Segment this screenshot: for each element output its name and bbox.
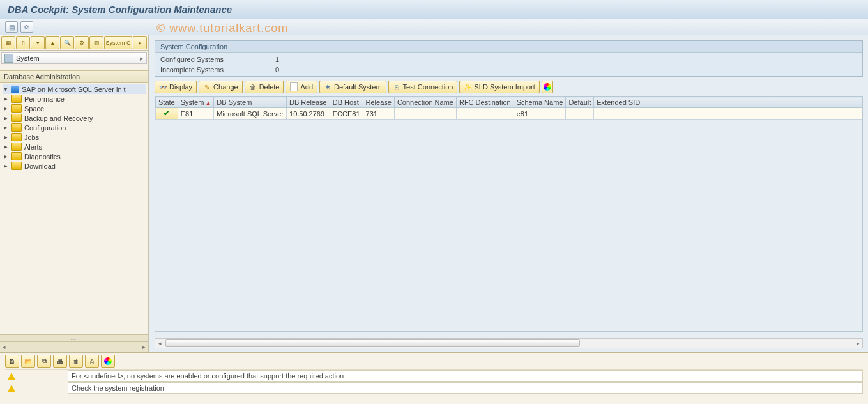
severity-warning bbox=[5, 371, 68, 381]
col-schema-name[interactable]: Schema Name bbox=[514, 97, 566, 108]
tree-item-label: Performance bbox=[24, 95, 65, 103]
scroll-left-icon[interactable]: ◂ bbox=[155, 340, 164, 346]
tree-item-space[interactable]: ▸ Space bbox=[3, 104, 146, 113]
folder-icon bbox=[11, 162, 22, 170]
systems-table: State System▲ DB System DB Release DB Ho… bbox=[155, 96, 863, 332]
tree-title: Database Administration bbox=[0, 70, 148, 83]
toolbar-collapse-icon[interactable]: ▯ bbox=[16, 36, 30, 49]
cell-rfc-destination bbox=[456, 108, 514, 120]
btn-label: SLD System Import bbox=[474, 83, 535, 91]
system-selector[interactable]: System ▸ bbox=[1, 52, 147, 64]
toolbar-down-icon[interactable]: ▾ bbox=[31, 36, 45, 49]
caret-icon: ▸ bbox=[3, 143, 9, 151]
default-system-button[interactable]: ✱Default System bbox=[319, 81, 386, 93]
tree-item-backup[interactable]: ▸ Backup and Recovery bbox=[3, 113, 146, 123]
msg-new-icon[interactable]: 🗎 bbox=[5, 355, 19, 368]
btn-label: Default System bbox=[334, 83, 382, 91]
col-db-release[interactable]: DB Release bbox=[287, 97, 330, 108]
caret-icon: ▸ bbox=[3, 133, 9, 141]
tree-item-download[interactable]: ▸ Download bbox=[3, 161, 146, 171]
color-wheel-icon bbox=[104, 357, 112, 365]
add-button[interactable]: Add bbox=[286, 81, 317, 93]
col-db-host[interactable]: DB Host bbox=[330, 97, 363, 108]
display-button[interactable]: 👓Display bbox=[155, 81, 197, 93]
color-wheel-icon bbox=[544, 83, 551, 91]
scroll-right-icon[interactable]: ▸ bbox=[853, 340, 862, 346]
database-icon bbox=[11, 86, 19, 93]
system-configuration-panel: System Configuration Configured Systems … bbox=[155, 40, 863, 77]
toolbar-up-icon[interactable]: ▴ bbox=[45, 36, 59, 49]
page-title: DBA Cockpit: System Configuration Mainte… bbox=[0, 0, 868, 19]
delete-button[interactable]: 🗑Delete bbox=[245, 81, 284, 93]
tree-item-label: Alerts bbox=[24, 143, 42, 151]
sidebar-toolbar: ▦ ▯ ▾ ▴ 🔍 ⚙ ▥ System C ▸ bbox=[0, 35, 148, 51]
msg-copy-icon[interactable]: ⧉ bbox=[37, 355, 51, 368]
folder-icon bbox=[11, 95, 22, 103]
col-system[interactable]: System▲ bbox=[178, 97, 214, 108]
window-toolbar: ▤ ⟳ bbox=[0, 19, 868, 35]
msg-delete-icon[interactable]: 🗑 bbox=[69, 355, 83, 368]
tree-item-alerts[interactable]: ▸ Alerts bbox=[3, 142, 146, 152]
msg-export-icon[interactable]: ⎙ bbox=[85, 355, 99, 368]
toolbar-more-icon[interactable]: ▸ bbox=[133, 36, 147, 49]
msg-legend-icon[interactable] bbox=[101, 355, 115, 368]
wand-icon: ✨ bbox=[464, 83, 471, 91]
action-toolbar: 👓Display ✎Change 🗑Delete Add ✱Default Sy… bbox=[149, 81, 868, 96]
folder-icon bbox=[11, 133, 22, 141]
btn-label: Delete bbox=[259, 83, 280, 91]
trash-icon: 🗑 bbox=[249, 83, 257, 91]
scroll-thumb[interactable] bbox=[165, 339, 580, 347]
kv-value: 1 bbox=[275, 56, 301, 63]
col-connection-name[interactable]: Connection Name bbox=[394, 97, 456, 108]
tree-item-label: Diagnostics bbox=[24, 153, 61, 160]
nav-tree: ▾ SAP on Microsoft SQL Server in t ▸ Per… bbox=[0, 83, 148, 334]
sidebar: ▦ ▯ ▾ ▴ 🔍 ⚙ ▥ System C ▸ System ▸ Databa… bbox=[0, 35, 149, 352]
toolbar-list-icon[interactable]: ▥ bbox=[89, 36, 103, 49]
kv-label: Configured Systems bbox=[160, 56, 275, 63]
table-row[interactable]: ✔ E81 Microsoft SQL Server 10.50.2769 EC… bbox=[156, 108, 862, 120]
cell-release: 731 bbox=[363, 108, 394, 120]
caret-icon: ▸ bbox=[3, 114, 9, 122]
tree-root[interactable]: ▾ SAP on Microsoft SQL Server in t bbox=[3, 84, 146, 94]
col-rfc-destination[interactable]: RFC Destination bbox=[456, 97, 514, 108]
toolbar-search-icon[interactable]: 🔍 bbox=[60, 36, 74, 49]
change-button[interactable]: ✎Change bbox=[199, 81, 243, 93]
toolbar-expand-icon[interactable]: ▦ bbox=[1, 36, 15, 49]
btn-label: Add bbox=[300, 83, 313, 91]
main-content: System Configuration Configured Systems … bbox=[149, 35, 868, 352]
checkmark-icon: ✔ bbox=[164, 109, 169, 117]
btn-label: Display bbox=[169, 83, 192, 91]
tree-item-label: Backup and Recovery bbox=[24, 114, 93, 122]
cell-extended-sid bbox=[594, 108, 862, 120]
toolbar-filter-icon[interactable]: ⚙ bbox=[75, 36, 89, 49]
glasses-icon: 👓 bbox=[159, 83, 167, 91]
tree-item-label: Jobs bbox=[24, 134, 39, 141]
message-row: For <undefined>, no systems are enabled … bbox=[5, 369, 863, 382]
tree-item-configuration[interactable]: ▸ Configuration bbox=[3, 123, 146, 132]
col-default[interactable]: Default bbox=[566, 97, 594, 108]
horizontal-splitter[interactable]: ::::: bbox=[0, 334, 148, 342]
tree-item-performance[interactable]: ▸ Performance bbox=[3, 94, 146, 104]
col-extended-sid[interactable]: Extended SID bbox=[594, 97, 862, 108]
msg-print-icon[interactable]: 🖶 bbox=[53, 355, 67, 368]
col-state[interactable]: State bbox=[156, 97, 178, 108]
menu-icon[interactable]: ▤ bbox=[5, 21, 18, 33]
btn-label: Change bbox=[213, 83, 238, 91]
tree-item-jobs[interactable]: ▸ Jobs bbox=[3, 132, 146, 142]
system-icon bbox=[4, 54, 13, 63]
kv-value: 0 bbox=[275, 66, 301, 74]
color-legend-button[interactable] bbox=[542, 81, 553, 93]
msg-open-icon[interactable]: 📂 bbox=[21, 355, 35, 368]
horizontal-scrollbar[interactable]: ◂ ▸ bbox=[155, 338, 863, 348]
test-connection-button[interactable]: ⎘Test Connection bbox=[388, 81, 458, 93]
severity-warning bbox=[5, 384, 68, 393]
tree-item-label: Download bbox=[24, 162, 56, 170]
col-db-system[interactable]: DB System bbox=[214, 97, 287, 108]
refresh-icon[interactable]: ⟳ bbox=[20, 21, 33, 33]
sld-import-button[interactable]: ✨SLD System Import bbox=[459, 81, 539, 93]
folder-icon bbox=[11, 104, 22, 113]
sidebar-scrollbar[interactable]: ◂▸ bbox=[0, 342, 148, 352]
tree-item-diagnostics[interactable]: ▸ Diagnostics bbox=[3, 152, 146, 161]
toolbar-system-button[interactable]: System C bbox=[104, 36, 132, 49]
col-release[interactable]: Release bbox=[363, 97, 394, 108]
